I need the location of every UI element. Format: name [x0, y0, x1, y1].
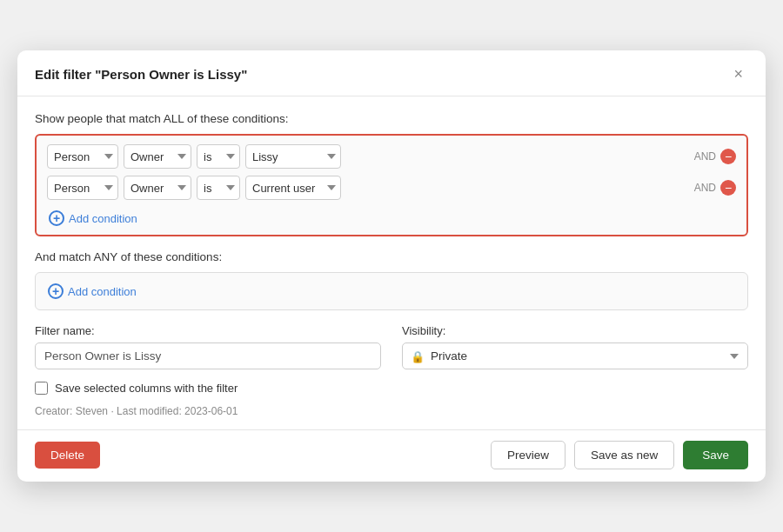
- condition-1-field-select[interactable]: Person Company Deal: [47, 144, 118, 169]
- save-as-new-button[interactable]: Save as new: [574, 441, 674, 469]
- save-columns-row: Save selected columns with the filter: [35, 382, 748, 395]
- condition-2-field-select[interactable]: Person Company Deal: [47, 176, 118, 200]
- modal-title: Edit filter "Person Owner is Lissy": [35, 67, 247, 82]
- all-conditions-label: Show people that match ALL of these cond…: [35, 112, 748, 125]
- any-conditions-box: + Add condition: [35, 272, 748, 310]
- condition-1-remove-button[interactable]: −: [720, 149, 736, 164]
- footer-right-buttons: Preview Save as new Save: [491, 441, 748, 469]
- save-columns-label: Save selected columns with the filter: [55, 382, 238, 395]
- save-columns-checkbox[interactable]: [35, 382, 48, 395]
- save-button[interactable]: Save: [683, 441, 748, 469]
- condition-1-value-select[interactable]: Lissy John Sarah: [245, 144, 341, 169]
- condition-2-remove-button[interactable]: −: [720, 180, 736, 196]
- visibility-select-wrap: 🔒 Private Public: [402, 342, 748, 369]
- filter-name-label: Filter name:: [35, 324, 381, 337]
- condition-1-and-label: AND −: [694, 149, 736, 164]
- edit-filter-modal: Edit filter "Person Owner is Lissy" × Sh…: [17, 50, 766, 482]
- preview-button[interactable]: Preview: [491, 441, 566, 469]
- any-add-condition-button[interactable]: + Add condition: [48, 283, 137, 299]
- modal-body: Show people that match ALL of these cond…: [17, 96, 766, 429]
- any-add-icon: +: [48, 283, 64, 299]
- all-conditions-box: Person Company Deal Owner Name Email is …: [35, 134, 748, 236]
- close-button[interactable]: ×: [728, 64, 748, 83]
- condition-2-operator1-select[interactable]: Owner Name Email: [124, 176, 191, 200]
- delete-button[interactable]: Delete: [35, 442, 100, 469]
- all-add-condition-row: + Add condition: [47, 207, 736, 229]
- condition-row-1: Person Company Deal Owner Name Email is …: [47, 144, 736, 169]
- condition-2-and-label: AND −: [694, 180, 736, 196]
- any-conditions-label: And match ANY of these conditions:: [35, 250, 748, 263]
- visibility-select[interactable]: Private Public: [402, 342, 748, 369]
- visibility-col: Visibility: 🔒 Private Public: [402, 324, 748, 369]
- visibility-label: Visibility:: [402, 324, 748, 337]
- filter-name-input[interactable]: [35, 342, 381, 369]
- creator-info: Creator: Steven · Last modified: 2023-06…: [35, 405, 748, 417]
- modal-footer: Delete Preview Save as new Save: [17, 429, 766, 482]
- all-add-condition-button[interactable]: + Add condition: [49, 210, 137, 226]
- condition-row-2: Person Company Deal Owner Name Email is …: [47, 176, 736, 200]
- condition-2-value-select[interactable]: Current user Lissy John: [245, 176, 341, 200]
- all-add-icon: +: [49, 210, 64, 226]
- any-conditions-section: And match ANY of these conditions: + Add…: [35, 250, 748, 310]
- modal-header: Edit filter "Person Owner is Lissy" ×: [17, 50, 766, 96]
- any-add-condition-row: + Add condition: [46, 280, 737, 303]
- condition-1-operator1-select[interactable]: Owner Name Email: [124, 144, 191, 169]
- filter-name-col: Filter name:: [35, 324, 381, 369]
- filter-meta: Filter name: Visibility: 🔒 Private Publi…: [35, 324, 748, 369]
- condition-1-operator2-select[interactable]: is is not contains: [197, 144, 240, 169]
- condition-2-operator2-select[interactable]: is is not contains: [197, 176, 240, 200]
